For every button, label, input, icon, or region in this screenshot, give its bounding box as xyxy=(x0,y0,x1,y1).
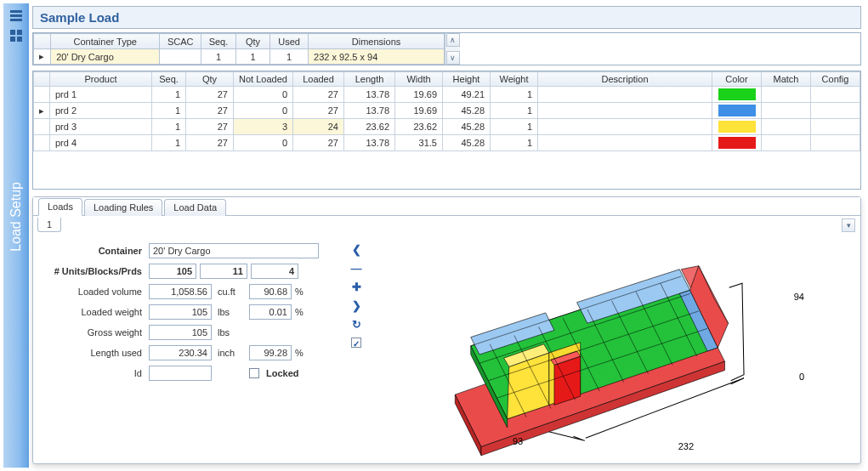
field-gross-weight[interactable]: 105 xyxy=(149,325,212,340)
col-container-type[interactable]: Container Type xyxy=(51,34,160,49)
cell-config[interactable] xyxy=(811,135,860,151)
cell-product[interactable]: prd 1 xyxy=(50,87,152,103)
cell-desc[interactable] xyxy=(538,103,712,119)
cell-seq[interactable]: 1 xyxy=(201,49,236,65)
col-seq[interactable]: Seq. xyxy=(201,34,236,49)
col-color[interactable]: Color xyxy=(712,72,762,87)
cell-used[interactable]: 1 xyxy=(270,49,309,65)
cell-loaded[interactable]: 27 xyxy=(293,135,344,151)
field-lw-pct[interactable]: 0.01 xyxy=(249,304,292,320)
col-config[interactable]: Config xyxy=(811,72,860,87)
field-prds[interactable]: 4 xyxy=(251,264,298,279)
cell-config[interactable] xyxy=(811,119,860,135)
cell-match[interactable] xyxy=(762,103,811,119)
field-length-used[interactable]: 230.34 xyxy=(149,345,212,360)
cell-length[interactable]: 13.78 xyxy=(344,135,395,151)
cell-height[interactable]: 45.28 xyxy=(443,103,491,119)
cell-height[interactable]: 49.21 xyxy=(443,87,491,103)
field-lv-pct[interactable]: 90.68 xyxy=(249,284,292,299)
sidebar-icon-list[interactable] xyxy=(9,8,24,23)
checkbox-viz-toggle[interactable] xyxy=(349,336,363,349)
cell-desc[interactable] xyxy=(538,87,712,103)
col-desc[interactable]: Description xyxy=(538,72,712,87)
field-blocks[interactable]: 11 xyxy=(200,264,247,279)
cell-length[interactable]: 13.78 xyxy=(344,103,395,119)
prev-icon[interactable]: ❮ xyxy=(349,242,363,256)
cell-match[interactable] xyxy=(762,119,811,135)
container-3d-view[interactable]: 94 0 232 93 xyxy=(368,239,855,458)
cell-config[interactable] xyxy=(811,103,860,119)
minus-icon[interactable]: — xyxy=(349,261,363,275)
cell-height[interactable]: 45.28 xyxy=(443,119,491,135)
cell-width[interactable]: 19.69 xyxy=(395,103,443,119)
cell-width[interactable]: 19.69 xyxy=(395,87,443,103)
product-row[interactable]: prd 312732423.6223.6245.281 xyxy=(34,119,860,135)
cell-height[interactable]: 45.28 xyxy=(443,135,491,151)
subtab-dropdown-icon[interactable]: ▾ xyxy=(842,218,855,232)
refresh-icon[interactable]: ↻ xyxy=(349,317,363,331)
cell-notloaded[interactable]: 0 xyxy=(234,135,293,151)
cell-color[interactable] xyxy=(712,119,762,135)
cell-notloaded[interactable]: 3 xyxy=(234,119,293,135)
plus-icon[interactable]: ✚ xyxy=(349,280,363,293)
product-row[interactable]: prd 112702713.7819.6949.211 xyxy=(34,87,860,103)
cell-qty[interactable]: 1 xyxy=(235,49,270,65)
field-id[interactable] xyxy=(149,366,212,381)
col-product[interactable]: Product xyxy=(50,72,152,87)
cell-color[interactable] xyxy=(712,135,762,151)
cell-product[interactable]: prd 3 xyxy=(50,119,152,135)
cell-loaded[interactable]: 27 xyxy=(293,87,344,103)
cell-match[interactable] xyxy=(762,135,811,151)
cell-qty[interactable]: 27 xyxy=(186,103,234,119)
cell-seq[interactable]: 1 xyxy=(152,119,186,135)
col-match[interactable]: Match xyxy=(762,72,811,87)
col-dims[interactable]: Dimensions xyxy=(309,34,445,49)
col-pweight[interactable]: Weight xyxy=(491,72,538,87)
col-scac[interactable]: SCAC xyxy=(160,34,201,49)
cell-product[interactable]: prd 2 xyxy=(50,103,152,119)
col-loaded[interactable]: Loaded xyxy=(293,72,344,87)
product-row[interactable]: prd 412702713.7831.545.281 xyxy=(34,135,860,151)
cell-desc[interactable] xyxy=(538,135,712,151)
tab-loads[interactable]: Loads xyxy=(38,198,82,216)
col-pqty[interactable]: Qty xyxy=(186,72,234,87)
cell-qty[interactable]: 27 xyxy=(186,135,234,151)
cell-seq[interactable]: 1 xyxy=(152,103,186,119)
cell-type[interactable]: 20' Dry Cargo xyxy=(51,49,160,65)
cell-weight[interactable]: 1 xyxy=(491,135,538,151)
cell-match[interactable] xyxy=(762,87,811,103)
field-loaded-volume[interactable]: 1,058.56 xyxy=(149,284,212,299)
product-row[interactable]: ▸prd 212702713.7819.6945.281 xyxy=(34,103,860,119)
col-notloaded[interactable]: Not Loaded xyxy=(234,72,293,87)
cell-qty[interactable]: 27 xyxy=(186,119,234,135)
container-table-scrollbar[interactable]: ∧ ∨ xyxy=(445,33,460,65)
field-loaded-weight[interactable]: 105 xyxy=(149,304,212,320)
cell-loaded[interactable]: 24 xyxy=(293,119,344,135)
col-qty[interactable]: Qty xyxy=(235,34,270,49)
cell-dims[interactable]: 232 x 92.5 x 94 xyxy=(309,49,445,65)
checkbox-locked[interactable] xyxy=(249,368,259,378)
cell-loaded[interactable]: 27 xyxy=(293,103,344,119)
cell-notloaded[interactable]: 0 xyxy=(234,87,293,103)
col-pwidth[interactable]: Width xyxy=(395,72,443,87)
cell-color[interactable] xyxy=(712,103,762,119)
col-pheight[interactable]: Height xyxy=(443,72,491,87)
col-used[interactable]: Used xyxy=(270,34,309,49)
col-length[interactable]: Length xyxy=(344,72,395,87)
cell-desc[interactable] xyxy=(538,119,712,135)
col-pseq[interactable]: Seq. xyxy=(152,72,186,87)
field-lu-pct[interactable]: 99.28 xyxy=(249,345,292,360)
field-container[interactable]: 20' Dry Cargo xyxy=(149,243,319,258)
cell-weight[interactable]: 1 xyxy=(491,103,538,119)
subtab-1[interactable]: 1 xyxy=(37,218,61,232)
cell-scac[interactable] xyxy=(160,49,201,65)
cell-config[interactable] xyxy=(811,87,860,103)
cell-width[interactable]: 31.5 xyxy=(395,135,443,151)
container-row[interactable]: ▸ 20' Dry Cargo 1 1 1 232 x 92.5 x 94 xyxy=(34,49,445,65)
scroll-down-icon[interactable]: ∨ xyxy=(446,51,460,65)
cell-length[interactable]: 13.78 xyxy=(344,87,395,103)
field-units[interactable]: 105 xyxy=(149,264,196,279)
next-icon[interactable]: ❯ xyxy=(349,298,363,312)
cell-width[interactable]: 23.62 xyxy=(395,119,443,135)
scroll-up-icon[interactable]: ∧ xyxy=(446,33,460,47)
